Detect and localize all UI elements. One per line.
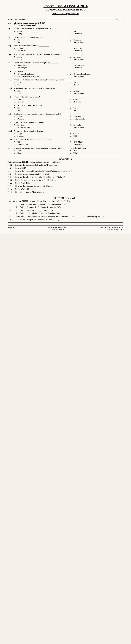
section-b-q-3: (xi)How can we protect our data from vir… [8, 173, 123, 175]
sb-text-4: What are the rules to set names for file… [15, 176, 65, 178]
opt-label-13-1: B. [70, 141, 74, 143]
opt-label-5-1: B. [70, 73, 74, 75]
section-c-q-2: Q. 5Define Modulation. Name and describe… [8, 216, 123, 218]
opt-text-10-0: Finder [18, 116, 22, 118]
sc-text-1-1: What are the eight Data Protection Princ… [20, 212, 123, 214]
footer-logo-block: Talabilm تعلابلم [8, 227, 14, 230]
sub-q-num-2: (iii) [8, 45, 14, 47]
sec-c-row-3-0: Q. 6Explain how computer can be useful i… [8, 219, 123, 221]
option-5-1: B.Computer Based Training [70, 73, 123, 75]
option-11-0: A.By letters [14, 124, 67, 126]
sub-question-iii: (iii)Internet surfing is an example of__… [8, 45, 123, 52]
opt-label-0-0: A. [14, 30, 18, 32]
opt-label-11-1: B. [70, 124, 74, 126]
option-6-0: A.Read [14, 82, 67, 84]
options-grid-11: A.By lettersB.By numbersC.By cell refere… [14, 124, 123, 128]
exam-page: Federal Board HSSC-I 2014 COMPUTER SCIEN… [0, 0, 131, 234]
opt-label-12-2: C. [14, 135, 18, 137]
sec-c-row-1-0: Q. 4a.What is meant by Copyright? Explai… [8, 210, 123, 212]
options-grid-0: A.CableB.NICC.BridgeD.All of these [14, 30, 123, 35]
opt-text-2-0: Simplex [18, 48, 24, 50]
sub-q-text-2: Internet surfing is an example of_______… [14, 45, 123, 47]
opt-text-10-1: Thesaurus [74, 116, 81, 118]
opt-text-7-2: Pluse [18, 92, 21, 94]
opt-label-9-3: D. [70, 110, 74, 112]
sb-text-9: Write a short note on Main Memory. [15, 191, 44, 193]
opt-text-0-3: All of these [74, 33, 82, 35]
sb-num-7: (xv) [8, 185, 15, 187]
opt-text-8-1: Cache [74, 98, 78, 101]
option-4-0: A.Digital signal [14, 64, 67, 66]
sec-c-row-0-0: Q. 3a.Why and when do we use Fibre Optic… [8, 203, 123, 206]
sub-q-text-6: The step that obtains the next instructi… [14, 79, 123, 81]
opt-text-4-1: Analog signal [74, 64, 84, 66]
options-grid-8: A.RAMB.CacheC.RegisterD.Hard disk [14, 98, 123, 103]
sb-num-9: (xvii) [8, 191, 15, 193]
opt-label-5-0: A. [14, 73, 18, 75]
sc-text-2-0: Define Modulation. Name and describe any… [16, 216, 123, 218]
sub-question-x: (x)A virus that replicates itself is cal… [8, 104, 123, 112]
opt-text-13-1: Cable Modem [74, 141, 84, 143]
option-0-0: A.Cable [14, 30, 67, 32]
opt-label-8-3: D. [70, 101, 74, 103]
sub-q-num-7: (viii) [8, 87, 14, 90]
opt-text-11-1: By numbers [74, 124, 82, 126]
opt-label-7-3: D. [70, 92, 74, 94]
opt-label-6-1: B. [70, 82, 74, 84]
sc-num-2-0: Q. 5 [8, 216, 16, 218]
section-c-q-3: Q. 6Explain how computer can be useful i… [8, 219, 123, 221]
option-13-1: B.Cable Modem [70, 141, 123, 143]
sub-q-num-13: (xiv) [8, 138, 14, 140]
sb-num-5: (xiii) [8, 179, 15, 181]
option-4-2: C.Hybrid signal [14, 67, 67, 69]
sub-q-header-10: (xi)The tool used to find a similar word… [8, 113, 123, 115]
opt-label-6-3: D. [70, 84, 74, 86]
opt-text-1-1: Terminator [74, 39, 82, 41]
option-14-3: D.STAR [70, 152, 123, 154]
sub-q-header-9: (x)A virus that replicates itself is cal… [8, 104, 123, 106]
option-3-0: A.Printer [14, 56, 67, 58]
section-divider-bc [8, 195, 123, 195]
opt-label-6-2: C. [14, 84, 18, 86]
opt-label-0-1: B. [70, 30, 74, 32]
section-b-q-8: (xvi)Define WAN with example. [8, 188, 123, 190]
section-a-title: SECTION – A (Marks 15) [8, 12, 123, 15]
opt-label-5-2: C. [14, 75, 18, 78]
opt-text-0-2: Bridge [18, 33, 22, 35]
option-10-0: A.Finder [14, 116, 67, 118]
sub-q-text-0: Which of the following is a component of… [14, 28, 123, 30]
opt-label-7-1: B. [70, 90, 74, 92]
option-1-1: B.Terminator [70, 39, 123, 41]
option-0-1: B.NIC [70, 30, 123, 32]
opt-label-8-1: B. [70, 98, 74, 101]
sub-q-text-4: Sound, light and radio waves are example… [14, 62, 123, 64]
sub-question-vi: (vi)CBT stands for__________.A.Computer … [8, 70, 123, 78]
opt-text-5-3: None of these [74, 75, 84, 78]
options-grid-7: A.BusB.RegisterC.PluseD.None of these [14, 90, 123, 94]
sc-num-0-0: Q. 3 [8, 203, 16, 206]
option-9-3: D.Hoax [70, 110, 123, 112]
opt-text-3-2: Mouse [18, 58, 22, 60]
sub-q-header-14: (xv)In a computer network all computers … [8, 147, 123, 149]
opt-text-7-0: Bus [18, 90, 20, 92]
page-footer: Talabilm تعلابلم For help, feedback emai… [8, 225, 123, 230]
sub-q-header-4: (v)Sound, light and radio waves are exam… [8, 62, 123, 64]
option-12-3: D.Table [70, 135, 123, 137]
sub-q-num-9: (x) [8, 104, 14, 106]
sb-text-7: What are the important features of MS-Wo… [15, 185, 58, 187]
opt-label-3-1: B. [70, 56, 74, 58]
opt-text-0-0: Cable [18, 30, 22, 32]
opt-text-14-3: STAR [74, 152, 78, 154]
option-5-2: C.Computer Based Technology [14, 75, 67, 78]
opt-text-7-1: Register [74, 90, 80, 92]
footer-middle-text: Send your papers and help others at: [100, 226, 123, 228]
opt-label-7-0: A. [14, 90, 18, 92]
option-0-2: C.Bridge [14, 33, 67, 35]
sb-text-8: Define WAN with example. [15, 188, 37, 190]
opt-label-1-0: A. [14, 39, 18, 41]
opt-text-2-2: Full duplex [18, 50, 26, 52]
sc-text-0-1: What is Computer Bus? What are its funct… [20, 206, 123, 208]
sub-q-num-14: (xv) [8, 147, 14, 149]
opt-label-9-1: B. [70, 107, 74, 109]
opt-label-3-2: C. [14, 58, 18, 60]
